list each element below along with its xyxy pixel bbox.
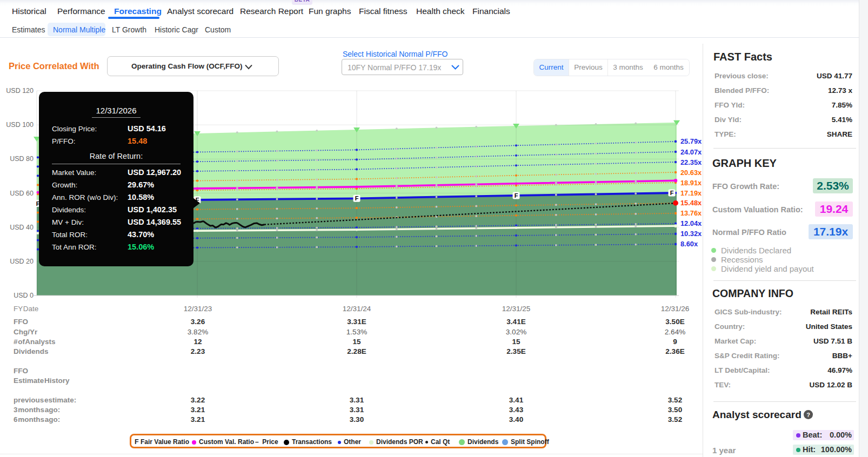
svg-text:F: F [670, 190, 674, 196]
svg-text:15.48x: 15.48x [680, 199, 702, 207]
svg-text:USD 20: USD 20 [10, 258, 34, 265]
svg-text:25.79x: 25.79x [680, 137, 702, 145]
svg-text:USD 60: USD 60 [10, 190, 34, 197]
svg-text:22.35x: 22.35x [680, 158, 702, 166]
svg-text:17.19x: 17.19x [680, 189, 702, 197]
svg-text:?: ? [806, 412, 810, 418]
svg-text:18.91x: 18.91x [680, 179, 702, 187]
svg-text:13.76x: 13.76x [680, 209, 702, 217]
svg-text:USD 80: USD 80 [10, 155, 34, 163]
svg-text:8.60x: 8.60x [680, 240, 698, 248]
svg-text:USD 0: USD 0 [14, 292, 34, 299]
svg-text:20.63x: 20.63x [680, 169, 702, 177]
svg-text:USD 40: USD 40 [10, 224, 34, 231]
svg-text:USD 100: USD 100 [6, 121, 34, 129]
svg-text:F: F [355, 195, 359, 201]
svg-text:12.04x: 12.04x [680, 219, 702, 227]
svg-text:USD 120: USD 120 [6, 87, 34, 95]
svg-text:F: F [515, 192, 518, 199]
svg-text:10.32x: 10.32x [680, 230, 702, 238]
svg-text:24.07x: 24.07x [680, 148, 702, 156]
